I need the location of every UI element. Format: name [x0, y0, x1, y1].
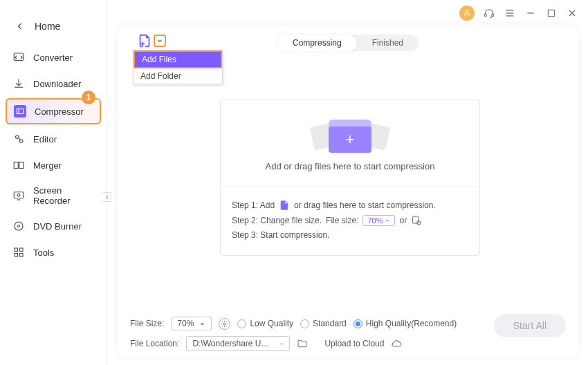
merger-icon [12, 159, 25, 171]
svg-rect-24 [20, 248, 24, 252]
svg-rect-15 [14, 162, 18, 169]
tabs: Compressing Finished [277, 35, 419, 51]
svg-point-21 [15, 222, 23, 230]
avatar-initial: A [464, 8, 470, 18]
sidebar-item-screen-recorder[interactable]: Screen Recorder [6, 180, 101, 212]
sidebar-item-label: Tools [33, 247, 54, 258]
add-menu-add-files[interactable]: Add Files [134, 50, 222, 68]
dropzone[interactable]: + Add or drag files here to start compre… [220, 100, 480, 256]
quality-low-label: Low Quality [250, 319, 293, 328]
sidebar-item-label: Converter [33, 53, 73, 63]
svg-rect-10 [17, 109, 23, 114]
add-files-button[interactable] [137, 33, 166, 48]
open-folder-icon[interactable] [297, 338, 308, 349]
steps: Step 1: Add or drag files here to start … [221, 187, 479, 255]
filesize-value: 70% [177, 319, 194, 328]
close-icon[interactable] [566, 7, 578, 19]
location-value: D:\Wondershare UniConverter 1 [192, 339, 274, 348]
sidebar-item-converter[interactable]: Converter [6, 46, 101, 69]
collapse-sidebar-button[interactable] [103, 192, 111, 202]
sidebar-item-tools[interactable]: Tools [6, 241, 101, 264]
filesize-mini-value: 70% [367, 216, 383, 225]
sidebar-title: Home [35, 21, 60, 32]
svg-rect-16 [19, 162, 24, 169]
svg-point-19 [17, 194, 20, 196]
step1-text-a: Step 1: Add [232, 200, 275, 210]
filesize-mini-select[interactable]: 70% [362, 215, 395, 226]
download-icon [12, 77, 25, 90]
step1-text-b: or drag files here to start compression. [294, 200, 436, 210]
quality-standard-label: Standard [313, 319, 347, 328]
dvd-icon [12, 220, 25, 232]
avatar[interactable]: A [459, 6, 475, 21]
main-panel: Add Files Add Folder Compressing Finishe… [118, 25, 578, 357]
sidebar-item-label: DVD Burner [33, 221, 82, 232]
sidebar: Home Converter Downloader Compressor Edi… [0, 0, 107, 365]
svg-point-12 [16, 135, 19, 139]
settings-file-icon[interactable] [411, 215, 422, 226]
minimize-icon[interactable] [524, 7, 537, 19]
menu-icon[interactable] [504, 7, 516, 19]
quality-high[interactable]: High Quality(Recomend) [353, 319, 457, 328]
filesize-select[interactable]: 70% [171, 317, 212, 330]
editor-icon [12, 133, 25, 145]
file-add-icon [137, 33, 152, 48]
folder-illustration: + [329, 120, 371, 153]
back-icon[interactable] [15, 21, 25, 31]
location-select[interactable]: D:\Wondershare UniConverter 1 [186, 336, 290, 351]
sidebar-item-label: Merger [33, 160, 62, 171]
footer: File Size: 70% Low Quality Standard High… [130, 317, 566, 351]
tab-finished[interactable]: Finished [357, 35, 419, 51]
maximize-icon[interactable] [545, 7, 558, 19]
filesize-label: File Size: [130, 319, 164, 328]
sidebar-item-dvd-burner[interactable]: DVD Burner [6, 214, 101, 238]
step2-text-b: File size: [326, 216, 358, 225]
step2-text-a: Step 2: Change file size. [232, 216, 322, 225]
svg-point-29 [224, 323, 226, 325]
add-menu-add-folder[interactable]: Add Folder [134, 68, 222, 84]
compressor-icon [14, 105, 26, 118]
location-label: File Location: [130, 339, 179, 348]
quality-low[interactable]: Low Quality [237, 319, 293, 328]
sidebar-item-label: Downloader [33, 79, 81, 89]
tools-icon [12, 246, 25, 259]
svg-rect-18 [14, 192, 24, 198]
svg-rect-25 [15, 254, 18, 257]
svg-line-14 [19, 138, 21, 140]
tab-compressing[interactable]: Compressing [277, 35, 357, 51]
sidebar-item-editor[interactable]: Editor [6, 127, 101, 151]
sidebar-item-label: Screen Recorder [33, 185, 94, 206]
callout-badge-1: 1 [82, 91, 95, 104]
svg-rect-27 [413, 216, 419, 223]
svg-point-22 [18, 225, 20, 227]
quality-high-label: High Quality(Recomend) [366, 319, 457, 328]
sidebar-item-label: Editor [33, 134, 57, 144]
sidebar-item-label: Compressor [35, 106, 84, 117]
converter-icon [12, 51, 25, 64]
headset-icon[interactable] [483, 7, 495, 19]
start-all-button[interactable]: Start All [494, 314, 566, 337]
svg-rect-6 [548, 10, 554, 16]
cloud-icon[interactable] [391, 338, 402, 349]
svg-rect-23 [15, 248, 18, 252]
svg-rect-0 [485, 14, 486, 17]
step2-or: or [399, 216, 407, 225]
svg-rect-26 [20, 254, 24, 257]
dropzone-hint: Add or drag files here to start compress… [221, 161, 479, 171]
file-add-icon [279, 200, 290, 211]
sidebar-item-merger[interactable]: Merger [6, 153, 101, 177]
recorder-icon [12, 189, 25, 202]
quality-standard[interactable]: Standard [300, 319, 347, 328]
chevron-down-icon[interactable] [154, 35, 166, 47]
filesize-settings-icon[interactable] [219, 318, 230, 330]
upload-cloud-label: Upload to Cloud [324, 339, 384, 348]
step3-text: Step 3: Start compression. [232, 230, 329, 240]
add-menu: Add Files Add Folder [133, 50, 223, 84]
svg-rect-1 [492, 14, 493, 17]
